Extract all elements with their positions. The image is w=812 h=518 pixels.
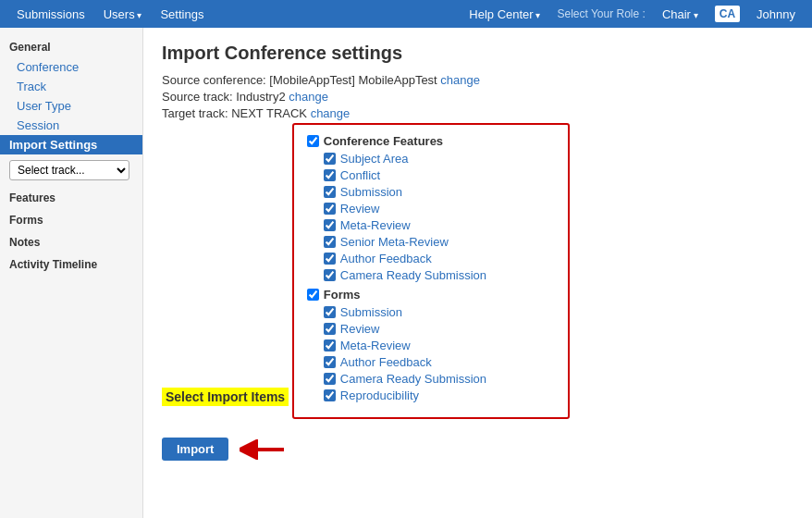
checkbox-forms-submission: Submission	[324, 305, 555, 319]
sidebar: General Conference Track User Type Sessi…	[0, 28, 143, 518]
checkbox-subject-area-label[interactable]: Subject Area	[340, 152, 409, 166]
forms-checkbox[interactable]	[307, 289, 319, 301]
checkbox-subject-area-input[interactable]	[324, 153, 336, 165]
sidebar-track-select-container: Select track...	[0, 154, 142, 186]
checkbox-meta-review-input[interactable]	[324, 219, 336, 231]
checkbox-forms-meta-review-label[interactable]: Meta-Review	[340, 339, 411, 352]
conference-features-checkbox[interactable]	[307, 135, 319, 147]
checkbox-forms-review: Review	[324, 322, 555, 336]
sidebar-section-general: General	[0, 35, 142, 57]
sidebar-section-forms: Forms	[0, 208, 142, 230]
checkbox-meta-review-label[interactable]: Meta-Review	[340, 218, 411, 232]
checkbox-forms-meta-review-input[interactable]	[324, 339, 336, 352]
checkbox-author-feedback-conf-input[interactable]	[324, 253, 336, 265]
nav-help-center[interactable]: Help Center	[460, 4, 549, 25]
checkbox-senior-meta-review-label[interactable]: Senior Meta-Review	[340, 235, 449, 249]
checkbox-forms-camera-ready-input[interactable]	[324, 373, 336, 385]
target-track-change-link[interactable]: change	[311, 106, 351, 120]
sidebar-item-import-settings[interactable]: Import Settings	[0, 135, 142, 154]
nav-settings[interactable]: Settings	[151, 4, 213, 25]
checkbox-submission: Submission	[324, 185, 555, 199]
main-content: Import Conference settings Source confer…	[143, 28, 812, 518]
checkbox-senior-meta-review-input[interactable]	[324, 236, 336, 248]
checkbox-forms-submission-label[interactable]: Submission	[340, 305, 402, 319]
checkbox-forms-reproducibility: Reproducibility	[324, 388, 555, 402]
sidebar-item-session[interactable]: Session	[0, 116, 142, 135]
checkbox-forms-camera-ready-label[interactable]: Camera Ready Submission	[340, 372, 486, 386]
checkbox-review-input[interactable]	[324, 203, 336, 215]
checkbox-forms-author-feedback-input[interactable]	[324, 356, 336, 368]
sidebar-item-usertype[interactable]: User Type	[0, 96, 142, 116]
checkbox-conflict-input[interactable]	[324, 169, 336, 181]
checkbox-author-feedback-conf-label[interactable]: Author Feedback	[340, 252, 432, 265]
checkbox-meta-review: Meta-Review	[324, 218, 555, 232]
conference-features-label: Conference Features	[307, 134, 555, 148]
nav-right: Help Center Select Your Role : Chair CA …	[460, 4, 805, 25]
checkbox-forms-author-feedback-label[interactable]: Author Feedback	[340, 355, 432, 369]
nav-ca: CA	[715, 6, 740, 22]
sidebar-section-activity: Activity Timeline	[0, 253, 142, 275]
checkbox-senior-meta-review: Senior Meta-Review	[324, 235, 555, 249]
checkbox-submission-input[interactable]	[324, 186, 336, 198]
checkbox-author-feedback-conf: Author Feedback	[324, 252, 555, 265]
checkbox-forms-review-input[interactable]	[324, 323, 336, 335]
target-track-text: Target track: NEXT TRACK	[162, 106, 307, 120]
sidebar-section-features: Features	[0, 186, 142, 208]
checkbox-conflict: Conflict	[324, 168, 555, 182]
red-arrow-icon	[240, 439, 290, 460]
source-conference-change-link[interactable]: change	[440, 73, 480, 87]
source-conference-text: Source conference: [MobileAppTest] Mobil…	[162, 73, 437, 87]
source-track-line: Source track: Industry2 change	[162, 90, 794, 104]
source-track-text: Source track: Industry2	[162, 90, 286, 104]
top-navigation: Submissions Users Settings Help Center S…	[0, 0, 812, 28]
checkbox-forms-reproducibility-label[interactable]: Reproducibility	[340, 388, 419, 402]
import-items-box: Conference Features Subject Area Conflic…	[292, 123, 570, 419]
checkbox-forms-reproducibility-input[interactable]	[324, 389, 336, 401]
checkbox-forms-meta-review: Meta-Review	[324, 339, 555, 352]
sidebar-item-track[interactable]: Track	[0, 77, 142, 96]
target-track-line: Target track: NEXT TRACK change	[162, 106, 794, 120]
checkbox-camera-ready-conf-input[interactable]	[324, 269, 336, 281]
nav-role-label: Select Your Role :	[557, 7, 645, 20]
checkbox-forms-submission-input[interactable]	[324, 306, 336, 318]
nav-chair[interactable]: Chair	[653, 4, 707, 25]
nav-left: Submissions Users Settings	[7, 4, 460, 25]
nav-submissions[interactable]: Submissions	[7, 4, 94, 25]
forms-label: Forms	[307, 288, 555, 302]
checkbox-forms-author-feedback: Author Feedback	[324, 355, 555, 369]
checkbox-camera-ready-conf-label[interactable]: Camera Ready Submission	[340, 268, 486, 282]
checkbox-subject-area: Subject Area	[324, 152, 555, 166]
select-import-title: Select Import Items	[162, 388, 289, 406]
source-track-change-link[interactable]: change	[289, 90, 328, 104]
checkbox-forms-review-label[interactable]: Review	[340, 322, 380, 336]
checkbox-review-label[interactable]: Review	[340, 202, 380, 216]
nav-user[interactable]: Johnny	[747, 4, 805, 25]
sidebar-track-select[interactable]: Select track...	[9, 160, 129, 180]
import-button[interactable]: Import	[162, 438, 228, 461]
import-button-row: Import	[162, 438, 794, 461]
checkbox-camera-ready-conf: Camera Ready Submission	[324, 268, 555, 282]
checkbox-submission-label[interactable]: Submission	[340, 185, 402, 199]
nav-users[interactable]: Users	[94, 4, 152, 25]
conference-features-group: Conference Features Subject Area Conflic…	[307, 134, 555, 282]
main-layout: General Conference Track User Type Sessi…	[0, 28, 812, 518]
checkbox-review: Review	[324, 202, 555, 216]
checkbox-forms-camera-ready: Camera Ready Submission	[324, 372, 555, 386]
checkbox-conflict-label[interactable]: Conflict	[340, 168, 380, 182]
forms-group: Forms Submission Review Meta-Review Auth…	[307, 288, 555, 402]
sidebar-item-conference[interactable]: Conference	[0, 57, 142, 77]
source-conference-line: Source conference: [MobileAppTest] Mobil…	[162, 73, 794, 87]
sidebar-section-notes: Notes	[0, 230, 142, 253]
page-title: Import Conference settings	[162, 43, 794, 64]
